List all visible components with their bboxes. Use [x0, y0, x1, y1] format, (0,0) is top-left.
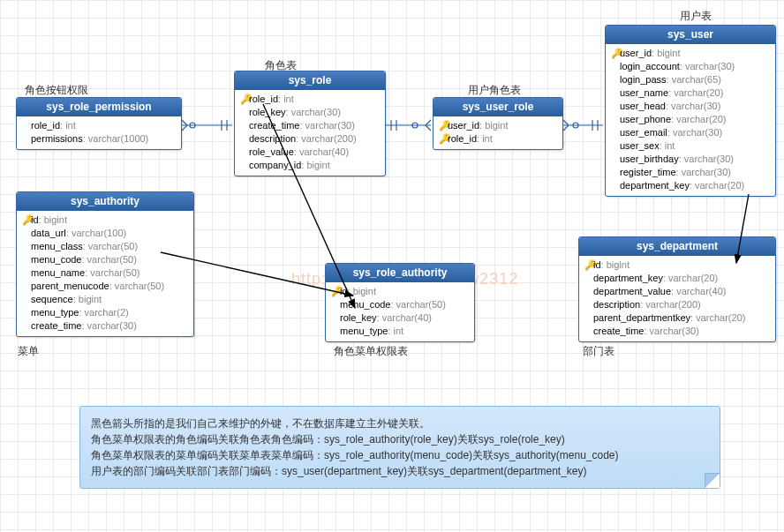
- entity-header: sys_department: [579, 237, 775, 256]
- field-name: role_id: [448, 133, 477, 144]
- entity-sys-role-authority[interactable]: sys_role_authority 🔑id: bigintmenu_code:…: [325, 263, 475, 342]
- note-line: 角色菜单权限表的角色编码关联角色表角色编码：sys_role_authority…: [91, 431, 709, 447]
- field-name: login_account: [620, 61, 680, 71]
- field-type: : varchar(30): [666, 101, 720, 111]
- entity-field: role_id: int: [22, 119, 176, 132]
- primary-key-icon: 🔑: [611, 47, 620, 60]
- entity-field: user_sex: int: [611, 139, 770, 153]
- field-type: : varchar(200): [640, 299, 700, 310]
- field-type: : varchar(30): [286, 107, 341, 117]
- field-type: : varchar(30): [679, 154, 734, 164]
- field-type: : varchar(30): [676, 167, 731, 177]
- field-type: : varchar(50): [109, 281, 164, 291]
- entity-header: sys_user: [606, 26, 775, 44]
- field-name: parent_menucode: [31, 281, 109, 291]
- entity-field: menu_name: varchar(50): [22, 266, 188, 280]
- entity-field: menu_type: int: [331, 325, 469, 338]
- field-type: : varchar(100): [66, 228, 126, 238]
- label-sys-role-permission: 角色按钮权限: [25, 83, 88, 98]
- field-name: menu_type: [340, 326, 388, 336]
- primary-key-icon: 🔑: [331, 285, 340, 298]
- field-type: : int: [660, 140, 675, 151]
- entity-field: create_time: varchar(30): [240, 119, 380, 132]
- field-name: menu_type: [31, 307, 79, 318]
- entity-body: 🔑id: bigintdepartment_key: varchar(20)de…: [579, 256, 775, 341]
- field-type: : varchar(40): [671, 286, 726, 296]
- field-type: : varchar(30): [667, 127, 722, 138]
- field-name: role_key: [249, 107, 286, 117]
- field-name: department_key: [620, 180, 690, 191]
- label-sys-role-authority: 角色菜单权限表: [334, 344, 408, 359]
- field-type: : int: [60, 120, 76, 131]
- field-name: role_id: [249, 94, 278, 104]
- field-name: create_time: [31, 320, 81, 331]
- field-name: user_id: [448, 120, 479, 131]
- entity-sys-role[interactable]: sys_role 🔑role_id: introle_key: varchar(…: [234, 71, 386, 176]
- field-name: role_key: [340, 312, 377, 323]
- field-type: : varchar(20): [690, 180, 744, 191]
- entity-header: sys_role_authority: [326, 264, 474, 282]
- label-sys-authority: 菜单: [18, 344, 39, 359]
- field-name: description: [249, 133, 296, 144]
- field-type: : varchar(40): [377, 312, 432, 323]
- entity-field: department_value: varchar(40): [584, 285, 770, 298]
- field-type: : varchar(30): [81, 320, 136, 331]
- field-type: : varchar(200): [296, 133, 356, 144]
- entity-field: description: varchar(200): [240, 132, 380, 146]
- entity-sys-authority[interactable]: sys_authority 🔑id: bigintdata_url: varch…: [16, 191, 194, 337]
- field-type: : int: [477, 133, 493, 144]
- label-sys-department: 部门表: [583, 344, 614, 359]
- entity-field: role_value: varchar(40): [240, 146, 380, 159]
- field-name: user_sex: [620, 140, 660, 151]
- entity-field: permissions: varchar(1000): [22, 132, 176, 146]
- entity-sys-user[interactable]: sys_user 🔑user_id: bigintlogin_account: …: [605, 25, 776, 197]
- field-type: : bigint: [39, 214, 67, 225]
- entity-field: user_head: varchar(30): [611, 100, 770, 113]
- field-name: user_phone: [620, 114, 671, 124]
- entity-header: sys_authority: [17, 192, 193, 211]
- field-type: : varchar(20): [663, 273, 718, 283]
- entity-field: user_name: varchar(20): [611, 86, 770, 100]
- entity-field: role_key: varchar(40): [331, 311, 469, 325]
- field-type: : bigint: [348, 286, 376, 296]
- entity-field: 🔑role_id: int: [439, 132, 557, 146]
- note-line: 用户表的部门编码关联部门表部门编码：sys_user(department_ke…: [91, 463, 709, 479]
- field-type: : bigint: [301, 160, 329, 170]
- primary-key-icon: 🔑: [240, 93, 249, 106]
- entity-field: 🔑id: bigint: [331, 285, 469, 298]
- field-name: role_id: [31, 120, 60, 131]
- note-line: 黑色箭头所指的是我们自己来维护的外键，不在数据库建立主外键关联。: [91, 416, 709, 431]
- field-name: company_id: [249, 160, 301, 170]
- field-name: menu_code: [31, 254, 82, 265]
- field-name: menu_name: [31, 267, 85, 278]
- field-name: user_email: [620, 127, 667, 138]
- entity-field: department_key: varchar(20): [584, 272, 770, 285]
- entity-field: description: varchar(200): [584, 298, 770, 311]
- field-type: : int: [278, 94, 294, 104]
- entity-field: 🔑user_id: bigint: [439, 119, 557, 132]
- entity-field: company_id: bigint: [240, 159, 380, 172]
- entity-sys-role-permission[interactable]: sys_role_permission role_id: intpermissi…: [16, 97, 182, 150]
- note-line: 角色菜单权限表的菜单编码关联菜单表菜单编码：sys_role_authority…: [91, 447, 709, 463]
- primary-key-icon: 🔑: [584, 259, 593, 272]
- entity-field: user_email: varchar(30): [611, 126, 770, 139]
- entity-body: 🔑id: bigintdata_url: varchar(100)menu_cl…: [17, 211, 193, 336]
- entity-sys-department[interactable]: sys_department 🔑id: bigintdepartment_key…: [578, 236, 776, 342]
- entity-field: role_key: varchar(30): [240, 106, 380, 119]
- field-name: parent_departmentkey: [593, 312, 690, 323]
- entity-field: register_time: varchar(30): [611, 166, 770, 179]
- field-type: : varchar(50): [83, 241, 138, 251]
- entity-field: 🔑user_id: bigint: [611, 47, 770, 60]
- field-type: : varchar(2): [79, 307, 128, 318]
- field-type: : varchar(20): [690, 312, 745, 323]
- entity-field: parent_departmentkey: varchar(20): [584, 311, 770, 325]
- entity-field: 🔑id: bigint: [584, 259, 770, 272]
- field-name: description: [593, 299, 640, 310]
- entity-field: menu_class: varchar(50): [22, 240, 188, 253]
- entity-body: role_id: intpermissions: varchar(1000): [17, 116, 181, 149]
- field-name: menu_code: [340, 299, 391, 310]
- entity-sys-user-role[interactable]: sys_user_role 🔑user_id: bigint🔑role_id: …: [433, 97, 563, 150]
- field-type: : varchar(50): [391, 299, 446, 310]
- field-type: : bigint: [652, 48, 680, 58]
- entity-body: 🔑user_id: bigint🔑role_id: int: [433, 116, 562, 149]
